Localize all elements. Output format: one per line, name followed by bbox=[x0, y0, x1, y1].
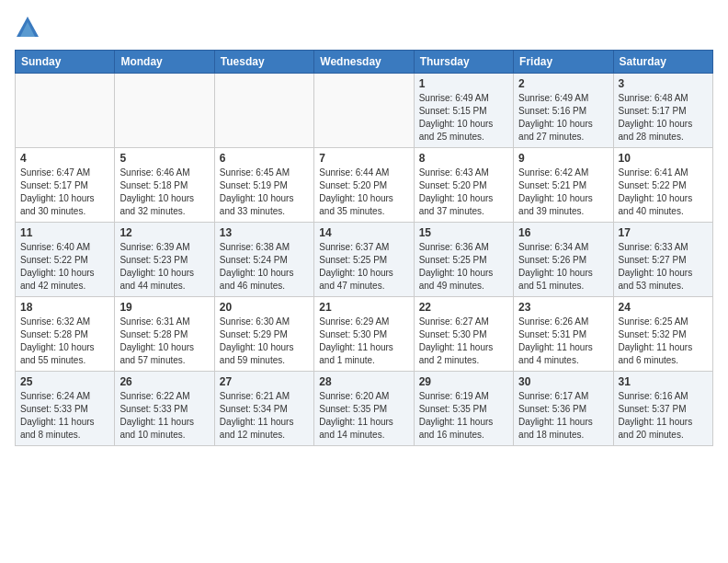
column-header-saturday: Saturday bbox=[613, 51, 712, 74]
calendar-cell: 17Sunrise: 6:33 AMSunset: 5:27 PMDayligh… bbox=[613, 223, 712, 297]
day-number: 7 bbox=[319, 152, 408, 165]
day-info: Sunrise: 6:38 AMSunset: 5:24 PMDaylight:… bbox=[220, 241, 309, 293]
calendar-cell: 12Sunrise: 6:39 AMSunset: 5:23 PMDayligh… bbox=[115, 223, 214, 297]
calendar-cell: 26Sunrise: 6:22 AMSunset: 5:33 PMDayligh… bbox=[115, 372, 214, 446]
day-number: 8 bbox=[419, 152, 508, 165]
day-info: Sunrise: 6:27 AMSunset: 5:30 PMDaylight:… bbox=[419, 316, 508, 367]
day-number: 6 bbox=[220, 152, 309, 165]
calendar-cell: 10Sunrise: 6:41 AMSunset: 5:22 PMDayligh… bbox=[613, 148, 712, 223]
calendar-cell: 7Sunrise: 6:44 AMSunset: 5:20 PMDaylight… bbox=[314, 148, 414, 223]
calendar-cell: 13Sunrise: 6:38 AMSunset: 5:24 PMDayligh… bbox=[214, 223, 313, 297]
calendar-cell: 28Sunrise: 6:20 AMSunset: 5:35 PMDayligh… bbox=[314, 372, 414, 446]
day-info: Sunrise: 6:16 AMSunset: 5:37 PMDaylight:… bbox=[619, 390, 708, 442]
day-info: Sunrise: 6:32 AMSunset: 5:28 PMDaylight:… bbox=[20, 316, 109, 367]
day-info: Sunrise: 6:44 AMSunset: 5:20 PMDaylight:… bbox=[319, 167, 408, 218]
day-info: Sunrise: 6:34 AMSunset: 5:26 PMDaylight:… bbox=[518, 241, 608, 293]
day-info: Sunrise: 6:39 AMSunset: 5:23 PMDaylight:… bbox=[119, 241, 209, 293]
calendar-cell: 1Sunrise: 6:49 AMSunset: 5:15 PMDaylight… bbox=[414, 74, 513, 148]
calendar-cell: 20Sunrise: 6:30 AMSunset: 5:29 PMDayligh… bbox=[214, 297, 313, 372]
day-number: 21 bbox=[319, 301, 408, 314]
day-number: 15 bbox=[419, 226, 508, 239]
day-info: Sunrise: 6:40 AMSunset: 5:22 PMDaylight:… bbox=[20, 241, 109, 293]
day-info: Sunrise: 6:36 AMSunset: 5:25 PMDaylight:… bbox=[419, 241, 508, 293]
calendar-cell: 21Sunrise: 6:29 AMSunset: 5:30 PMDayligh… bbox=[314, 297, 414, 372]
column-header-tuesday: Tuesday bbox=[214, 51, 313, 74]
day-info: Sunrise: 6:31 AMSunset: 5:28 PMDaylight:… bbox=[119, 316, 209, 367]
calendar-cell bbox=[314, 74, 414, 148]
calendar-cell: 14Sunrise: 6:37 AMSunset: 5:25 PMDayligh… bbox=[314, 223, 414, 297]
day-info: Sunrise: 6:45 AMSunset: 5:19 PMDaylight:… bbox=[220, 167, 309, 218]
day-info: Sunrise: 6:41 AMSunset: 5:22 PMDaylight:… bbox=[619, 167, 708, 218]
day-info: Sunrise: 6:25 AMSunset: 5:32 PMDaylight:… bbox=[619, 316, 708, 367]
calendar-cell: 18Sunrise: 6:32 AMSunset: 5:28 PMDayligh… bbox=[16, 297, 115, 372]
calendar-cell: 9Sunrise: 6:42 AMSunset: 5:21 PMDaylight… bbox=[514, 148, 613, 223]
calendar-cell: 11Sunrise: 6:40 AMSunset: 5:22 PMDayligh… bbox=[16, 223, 115, 297]
calendar-week-row: 25Sunrise: 6:24 AMSunset: 5:33 PMDayligh… bbox=[16, 372, 713, 446]
day-info: Sunrise: 6:17 AMSunset: 5:36 PMDaylight:… bbox=[518, 390, 608, 442]
column-header-thursday: Thursday bbox=[414, 51, 513, 74]
day-info: Sunrise: 6:42 AMSunset: 5:21 PMDaylight:… bbox=[518, 167, 608, 218]
day-info: Sunrise: 6:22 AMSunset: 5:33 PMDaylight:… bbox=[119, 390, 209, 442]
day-info: Sunrise: 6:33 AMSunset: 5:27 PMDaylight:… bbox=[619, 241, 708, 293]
logo bbox=[15, 15, 46, 40]
calendar-week-row: 4Sunrise: 6:47 AMSunset: 5:17 PMDaylight… bbox=[16, 148, 713, 223]
day-number: 26 bbox=[119, 375, 209, 388]
day-info: Sunrise: 6:47 AMSunset: 5:17 PMDaylight:… bbox=[20, 167, 109, 218]
day-info: Sunrise: 6:19 AMSunset: 5:35 PMDaylight:… bbox=[419, 390, 508, 442]
calendar-cell: 16Sunrise: 6:34 AMSunset: 5:26 PMDayligh… bbox=[514, 223, 613, 297]
calendar-cell: 3Sunrise: 6:48 AMSunset: 5:17 PMDaylight… bbox=[613, 74, 712, 148]
day-info: Sunrise: 6:30 AMSunset: 5:29 PMDaylight:… bbox=[220, 316, 309, 367]
calendar-cell: 8Sunrise: 6:43 AMSunset: 5:20 PMDaylight… bbox=[414, 148, 513, 223]
day-number: 22 bbox=[419, 301, 508, 314]
calendar-cell: 19Sunrise: 6:31 AMSunset: 5:28 PMDayligh… bbox=[115, 297, 214, 372]
calendar-header-row: SundayMondayTuesdayWednesdayThursdayFrid… bbox=[16, 51, 713, 74]
day-info: Sunrise: 6:24 AMSunset: 5:33 PMDaylight:… bbox=[20, 390, 109, 442]
calendar-cell: 4Sunrise: 6:47 AMSunset: 5:17 PMDaylight… bbox=[16, 148, 115, 223]
calendar-cell: 29Sunrise: 6:19 AMSunset: 5:35 PMDayligh… bbox=[414, 372, 513, 446]
day-info: Sunrise: 6:48 AMSunset: 5:17 PMDaylight:… bbox=[619, 92, 708, 144]
calendar-cell: 30Sunrise: 6:17 AMSunset: 5:36 PMDayligh… bbox=[514, 372, 613, 446]
calendar-week-row: 11Sunrise: 6:40 AMSunset: 5:22 PMDayligh… bbox=[16, 223, 713, 297]
day-number: 9 bbox=[518, 152, 608, 165]
day-number: 25 bbox=[20, 375, 109, 388]
column-header-monday: Monday bbox=[115, 51, 214, 74]
day-number: 28 bbox=[319, 375, 408, 388]
day-number: 30 bbox=[518, 375, 608, 388]
day-info: Sunrise: 6:29 AMSunset: 5:30 PMDaylight:… bbox=[319, 316, 408, 367]
day-number: 14 bbox=[319, 226, 408, 239]
calendar-cell: 6Sunrise: 6:45 AMSunset: 5:19 PMDaylight… bbox=[214, 148, 313, 223]
day-info: Sunrise: 6:21 AMSunset: 5:34 PMDaylight:… bbox=[220, 390, 309, 442]
day-number: 18 bbox=[20, 301, 109, 314]
day-number: 16 bbox=[518, 226, 608, 239]
day-number: 10 bbox=[619, 152, 708, 165]
logo-icon bbox=[15, 15, 40, 40]
day-info: Sunrise: 6:26 AMSunset: 5:31 PMDaylight:… bbox=[518, 316, 608, 367]
day-number: 5 bbox=[119, 152, 209, 165]
day-number: 13 bbox=[220, 226, 309, 239]
calendar-cell: 27Sunrise: 6:21 AMSunset: 5:34 PMDayligh… bbox=[214, 372, 313, 446]
calendar-cell: 22Sunrise: 6:27 AMSunset: 5:30 PMDayligh… bbox=[414, 297, 513, 372]
column-header-friday: Friday bbox=[514, 51, 613, 74]
day-number: 12 bbox=[119, 226, 209, 239]
day-info: Sunrise: 6:20 AMSunset: 5:35 PMDaylight:… bbox=[319, 390, 408, 442]
calendar-cell: 31Sunrise: 6:16 AMSunset: 5:37 PMDayligh… bbox=[613, 372, 712, 446]
page-header bbox=[15, 15, 713, 40]
day-number: 24 bbox=[619, 301, 708, 314]
day-number: 2 bbox=[518, 77, 608, 90]
calendar-table: SundayMondayTuesdayWednesdayThursdayFrid… bbox=[15, 50, 713, 446]
day-number: 19 bbox=[119, 301, 209, 314]
calendar-week-row: 18Sunrise: 6:32 AMSunset: 5:28 PMDayligh… bbox=[16, 297, 713, 372]
calendar-cell: 25Sunrise: 6:24 AMSunset: 5:33 PMDayligh… bbox=[16, 372, 115, 446]
day-number: 20 bbox=[220, 301, 309, 314]
day-number: 17 bbox=[619, 226, 708, 239]
calendar-cell: 23Sunrise: 6:26 AMSunset: 5:31 PMDayligh… bbox=[514, 297, 613, 372]
day-number: 3 bbox=[619, 77, 708, 90]
calendar-cell: 15Sunrise: 6:36 AMSunset: 5:25 PMDayligh… bbox=[414, 223, 513, 297]
calendar-cell bbox=[214, 74, 313, 148]
calendar-cell: 24Sunrise: 6:25 AMSunset: 5:32 PMDayligh… bbox=[613, 297, 712, 372]
day-number: 23 bbox=[518, 301, 608, 314]
calendar-cell: 5Sunrise: 6:46 AMSunset: 5:18 PMDaylight… bbox=[115, 148, 214, 223]
calendar-cell bbox=[16, 74, 115, 148]
day-info: Sunrise: 6:43 AMSunset: 5:20 PMDaylight:… bbox=[419, 167, 508, 218]
day-number: 4 bbox=[20, 152, 109, 165]
